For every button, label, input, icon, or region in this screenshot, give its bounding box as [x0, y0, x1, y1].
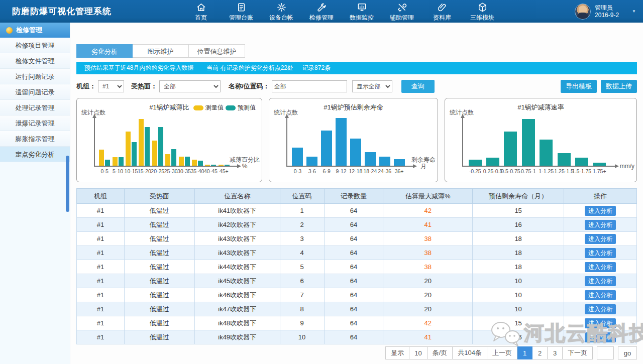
x-tick-label: 1.25-1.5 [554, 168, 574, 174]
pager-go-button[interactable]: go [618, 346, 637, 359]
x-axis-label: mm/y [620, 163, 634, 170]
pager-page-size[interactable]: 10 [409, 346, 427, 359]
enter-analysis-button[interactable]: 进入分析 [585, 318, 616, 328]
cell-code: 3 [280, 232, 324, 246]
sidebar-item-3[interactable]: 遗留问题记录 [0, 84, 70, 100]
cell-name: ik42吹吹器下 [194, 218, 280, 232]
topnav-item-paperclip[interactable]: 资料库 [422, 1, 462, 22]
col-header-3: 位置码 [280, 189, 324, 204]
sidebar-item-4[interactable]: 处理记录管理 [0, 100, 70, 115]
unit-select[interactable]: #1 [98, 80, 124, 92]
topnav-item-monitor[interactable]: 数据监控 [342, 1, 382, 22]
enter-analysis-button[interactable]: 进入分析 [585, 220, 616, 230]
bar-group: 15-20 [139, 119, 150, 166]
paperclip-icon [437, 2, 448, 13]
x-tick-label: 10-15 [125, 168, 138, 174]
topnav-item-gear[interactable]: 设备台帐 [261, 1, 301, 22]
topnav-item-tools[interactable]: 辅助管理 [382, 1, 422, 22]
topnav-item-cube[interactable]: 三维模块 [462, 1, 502, 22]
tab-1[interactable]: 图示维护 [133, 44, 189, 58]
tab-2[interactable]: 位置信息维护 [189, 44, 245, 58]
enter-analysis-button[interactable]: 进入分析 [585, 290, 616, 300]
chart-1: #1锅炉预估剩余寿命 统计点数 0-3 3-6 6-9 9-12 12-18 1… [269, 98, 438, 182]
enter-analysis-button[interactable]: 进入分析 [585, 248, 616, 258]
enter-analysis-button[interactable]: 进入分析 [585, 234, 616, 244]
chevron-down-icon[interactable]: ▼ [632, 9, 636, 14]
sidebar-item-6[interactable]: 膨胀指示管理 [0, 131, 70, 147]
bar-group: 18-24 [365, 152, 376, 166]
bar [540, 140, 553, 166]
pager-goto-input[interactable] [597, 346, 614, 359]
enter-analysis-button[interactable]: 进入分析 [585, 262, 616, 272]
x-tick-label: -0.25 [469, 168, 481, 174]
cell-thin: 38 [383, 246, 473, 260]
bar [165, 154, 170, 166]
x-tick-label: 12-18 [349, 168, 363, 174]
sidebar-item-0[interactable]: 检修项目管理 [0, 38, 70, 53]
cell-name: ik43吹吹器下 [194, 232, 280, 246]
notice-part2: 当前 有记录的护劣化分析点22处 [206, 64, 293, 72]
cell-life: 10 [473, 274, 564, 288]
sidebar-item-1[interactable]: 检修文件管理 [0, 53, 70, 69]
cell-surface: 低温过 [124, 260, 194, 274]
cell-unit: #1 [77, 246, 125, 260]
pager-page-3[interactable]: 3 [548, 346, 563, 359]
bar [205, 165, 210, 166]
topnav-item-ledger[interactable]: 管理台账 [221, 1, 261, 22]
bar [126, 132, 131, 166]
cell-surface: 低温过 [124, 246, 194, 260]
main-content: 劣化分析图示维护位置信息维护 预估结果基于近48月内的的劣化导入数据 当前 有记… [71, 23, 643, 364]
cell-name: ik44吹吹器下 [194, 260, 280, 274]
cube-icon [477, 2, 488, 13]
cell-unit: #1 [77, 204, 125, 218]
surface-select[interactable]: 全部 [159, 80, 221, 92]
cell-action: 进入分析 [564, 288, 637, 302]
x-tick-label: 0.75-1 [521, 168, 536, 174]
enter-analysis-button[interactable]: 进入分析 [585, 206, 616, 216]
name-code-input[interactable] [272, 80, 347, 92]
display-select[interactable]: 显示全部 [352, 80, 392, 92]
topnav-item-home[interactable]: 首页 [181, 1, 221, 22]
x-tick-label: 0-5 [101, 168, 109, 174]
export-template-button[interactable]: 导出模板 [561, 80, 597, 93]
enter-analysis-button[interactable]: 进入分析 [585, 332, 616, 342]
pager-page-1[interactable]: 1 [517, 346, 532, 359]
query-button[interactable]: 查询 [401, 80, 435, 93]
user-box[interactable]: 管理员 2016-9-2 ▼ [575, 0, 636, 23]
col-header-0: 机组 [77, 189, 125, 204]
cell-name: ik45吹吹器下 [194, 274, 280, 288]
sidebar-item-5[interactable]: 泄爆记录管理 [0, 115, 70, 131]
enter-analysis-button[interactable]: 进入分析 [585, 304, 616, 314]
cell-life: 15 [473, 204, 564, 218]
bar-group: 10-15 [126, 132, 137, 166]
sidebar-item-7[interactable]: 定点劣化分析 [0, 147, 70, 162]
x-tick-label: 40-45 [204, 168, 218, 174]
bar-group: 24-36 [379, 157, 390, 166]
user-name: 管理员 [595, 4, 619, 12]
pager-prev-button[interactable]: 上一页 [487, 346, 517, 359]
x-axis [462, 166, 615, 167]
cell-life: 15 [473, 316, 564, 330]
cell-unit: #1 [77, 232, 125, 246]
bar-group: 0.5-0.75 [504, 132, 517, 166]
sidebar-item-2[interactable]: 运行问题记录 [0, 69, 70, 84]
app-title: 防磨防爆可视化管理系统 [0, 6, 181, 17]
tab-0[interactable]: 劣化分析 [76, 44, 133, 58]
user-avatar[interactable] [575, 4, 591, 20]
topnav-item-wrench[interactable]: 检修管理 [301, 1, 342, 22]
sidebar-scrollbar-thumb[interactable] [66, 156, 69, 212]
cell-surface: 低温过 [124, 330, 194, 344]
cell-records: 64 [324, 232, 383, 246]
bar [504, 132, 517, 166]
bar [99, 150, 104, 166]
enter-analysis-button[interactable]: 进入分析 [585, 276, 616, 286]
bar-group: 20-25 [152, 127, 163, 166]
data-upload-button[interactable]: 数据上传 [601, 80, 637, 93]
bar [171, 149, 176, 166]
cell-records: 64 [324, 330, 383, 344]
cell-unit: #1 [77, 302, 125, 316]
x-axis [94, 166, 238, 167]
pager-next-button[interactable]: 下一页 [563, 346, 593, 359]
bar-group: 9-12 [336, 118, 347, 166]
pager-page-2[interactable]: 2 [532, 346, 548, 359]
